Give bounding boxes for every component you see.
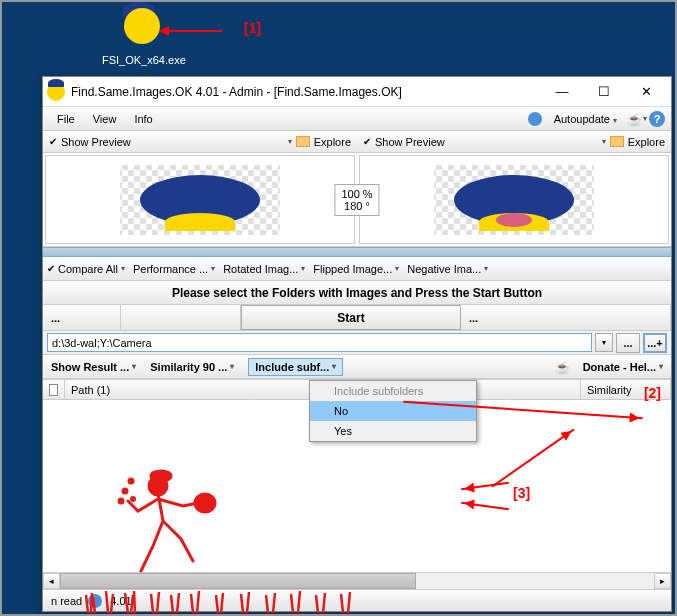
window-title: Find.Same.Images.OK 4.01 - Admin - [Find… [71,85,541,99]
minimize-button[interactable]: — [541,78,583,106]
browse-button[interactable]: ... [616,333,640,353]
action-row: ... Start ... [43,305,671,331]
check-icon: ✔ [49,136,57,147]
dropdown-header: Include subfolders [310,381,476,401]
menu-info[interactable]: Info [126,111,160,127]
filter-donate[interactable]: Donate - Hel...▾ [583,361,663,373]
preview-image-right [434,165,594,235]
decorative-figure [113,461,233,581]
help-icon[interactable]: ? [649,111,665,127]
option-rotated[interactable]: Rotated Imag...▾ [223,263,305,275]
menu-view[interactable]: View [85,111,125,127]
splitter-bar[interactable] [43,247,671,257]
shortcut-label: FSI_OK_x64.exe [102,54,182,66]
svg-point-1 [151,471,171,481]
svg-point-2 [195,494,215,512]
path-input[interactable] [47,333,592,352]
preview-toolbar: ✔ Show Preview ▾ Explore ✔ Show Preview … [43,131,671,153]
annotation-2: [2] [644,385,661,401]
preview-pane-left[interactable] [45,155,355,244]
options-toolbar: ✔Compare All▾ Performance ...▾ Rotated I… [43,257,671,281]
preview-image-left [120,165,280,235]
svg-point-6 [132,498,135,501]
column-checkbox[interactable] [43,380,65,399]
left-dots-button[interactable]: ... [43,305,121,330]
folder-icon [610,136,624,147]
scroll-left-button[interactable]: ◂ [43,573,60,589]
option-compare-all[interactable]: ✔Compare All▾ [47,263,125,275]
folder-icon [296,136,310,147]
chevron-down-icon[interactable]: ▾ [602,137,606,146]
annotation-3: [3] [513,485,530,501]
svg-point-5 [119,499,123,503]
maximize-button[interactable]: ☐ [583,78,625,106]
option-flipped[interactable]: Flipped Image...▾ [313,263,399,275]
menubar: File View Info Autoupdate ▾ ☕ ▾ ? [43,107,671,131]
coffee-icon: ☕ [555,361,569,373]
filter-toolbar: Show Result ...▾ Similarity 90 ...▾ Incl… [43,355,671,379]
dropdown-option-yes[interactable]: Yes [310,421,476,441]
explore-left[interactable]: Explore [314,136,351,148]
coffee-icon[interactable]: ☕ [627,113,641,125]
annotation-1: [1] [244,20,261,36]
start-button[interactable]: Start [241,305,461,330]
filter-show-result[interactable]: Show Result ...▾ [51,361,136,373]
decorative-grass [83,585,363,613]
application-window: Find.Same.Images.OK 4.01 - Admin - [Find… [42,76,672,612]
explore-right[interactable]: Explore [628,136,665,148]
svg-point-4 [129,479,133,483]
svg-point-3 [123,489,127,493]
annotation-arrow-1 [162,30,222,32]
preview-pane-right[interactable] [359,155,669,244]
menu-autoupdate[interactable]: Autoupdate ▾ [546,111,625,127]
titlebar-app-icon [47,83,65,101]
filter-include-subfolders[interactable]: Include subf...▾ [248,358,343,376]
titlebar[interactable]: Find.Same.Images.OK 4.01 - Admin - [Find… [43,77,671,107]
instruction-text: Please select the Folders with Images an… [43,281,671,305]
right-dots-button[interactable]: ... [461,305,671,330]
show-preview-right[interactable]: Show Preview [375,136,445,148]
add-path-button[interactable]: ...+ [643,333,667,353]
scroll-right-button[interactable]: ▸ [654,573,671,589]
path-row: ▾ ... ...+ [43,331,671,355]
globe-icon [528,112,542,126]
show-preview-left[interactable]: Show Preview [61,136,131,148]
status-read: n read [51,595,82,607]
option-negative[interactable]: Negative Ima...▾ [407,263,488,275]
check-icon: ✔ [363,136,371,147]
chevron-down-icon[interactable]: ▾ [288,137,292,146]
close-button[interactable]: ✕ [625,78,667,106]
menu-file[interactable]: File [49,111,83,127]
desktop-shortcut[interactable]: FSI_OK_x64.exe [102,8,182,66]
option-performance[interactable]: Performance ...▾ [133,263,215,275]
path-dropdown[interactable]: ▾ [595,333,613,352]
filter-similarity[interactable]: Similarity 90 ...▾ [150,361,234,373]
include-subfolders-menu: Include subfolders No Yes [309,380,477,442]
zoom-indicator[interactable]: 100 % 180 ° [334,184,379,216]
preview-panes: 100 % 180 ° [43,153,671,247]
